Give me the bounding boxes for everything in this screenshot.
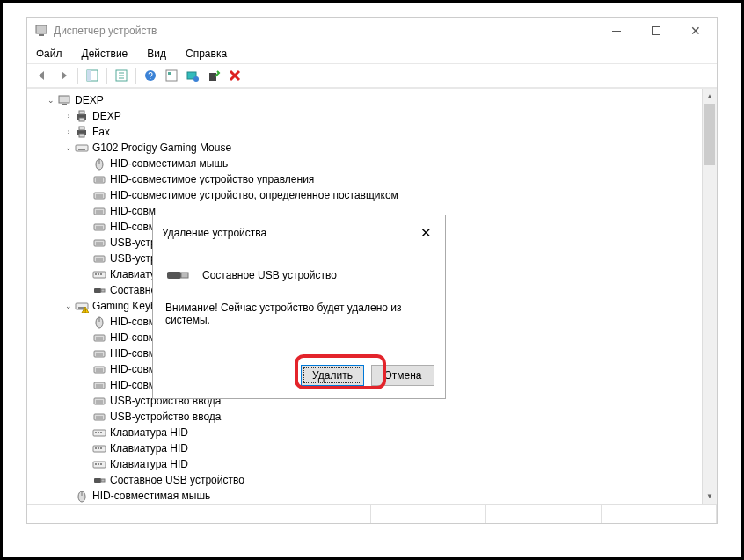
tree-item-label: G102 Prodigy Gaming Mouse xyxy=(92,142,231,154)
svg-rect-14 xyxy=(209,73,216,81)
scan-hardware-button[interactable] xyxy=(162,66,181,85)
svg-rect-18 xyxy=(181,273,188,278)
titlebar: Диспетчер устройств ✕ xyxy=(27,18,717,44)
computer-icon xyxy=(57,93,71,107)
delete-confirm-button[interactable]: Удалить xyxy=(301,365,364,386)
svg-point-13 xyxy=(193,76,199,82)
hid-icon xyxy=(92,346,106,360)
svg-rect-3 xyxy=(87,70,91,81)
tree-item-label: Клавиатура HID xyxy=(110,426,188,439)
uninstall-device-button[interactable] xyxy=(204,66,223,85)
kbd-icon xyxy=(92,457,106,471)
vertical-scrollbar[interactable]: ▲ ▼ xyxy=(702,89,717,504)
tree-item[interactable]: HID-совместимая мышь xyxy=(27,156,702,171)
tree-item-label: HID-совм xyxy=(110,205,156,217)
menu-action[interactable]: Действие xyxy=(80,46,130,62)
kbdgroup-icon xyxy=(75,141,89,155)
tree-item-label: Клавиату xyxy=(110,268,156,280)
tree-item[interactable]: Клавиатура HID xyxy=(27,425,702,440)
tree-item[interactable]: ›DEXP xyxy=(27,108,702,124)
tree-item-label: HID-совм xyxy=(110,331,156,344)
svg-text:?: ? xyxy=(148,71,153,81)
forward-button[interactable] xyxy=(54,66,73,85)
expander-icon[interactable]: ⌄ xyxy=(62,143,75,152)
cancel-button[interactable]: Отмена xyxy=(371,365,434,386)
tree-item-label: Fax xyxy=(92,126,110,138)
tree-item-label: USB-устр xyxy=(110,252,157,265)
printer-icon xyxy=(75,109,89,123)
expander-icon[interactable]: ⌄ xyxy=(62,302,75,310)
kbd-icon xyxy=(92,425,106,440)
dialog-device-name: Составное USB устройство xyxy=(202,269,337,281)
tree-item[interactable]: USB-устройство ввода xyxy=(27,409,702,425)
delete-button[interactable] xyxy=(225,66,244,85)
dialog-title: Удаление устройства xyxy=(162,227,266,239)
tree-item-label: HID-совм xyxy=(110,363,156,375)
show-hide-tree-button[interactable] xyxy=(83,66,102,85)
expander-icon[interactable]: › xyxy=(62,112,75,120)
svg-rect-16 xyxy=(62,104,67,105)
tree-item-label: USB-устройство ввода xyxy=(110,411,222,423)
tree-item-label: HID-совместимое устройство управления xyxy=(110,173,314,185)
hid-icon xyxy=(92,204,106,218)
tree-item-label: DEXP xyxy=(92,110,121,122)
expander-icon[interactable]: ⌄ xyxy=(45,96,57,105)
maximize-button[interactable] xyxy=(636,18,675,43)
update-driver-button[interactable] xyxy=(183,66,202,85)
hid-icon xyxy=(92,378,106,392)
statusbar xyxy=(27,504,717,523)
tree-item-label: Составное USB устройство xyxy=(110,474,244,486)
tree-item[interactable]: HID-совместимая мышь xyxy=(27,488,702,504)
uninstall-device-dialog: Удаление устройства ✕ Составное USB устр… xyxy=(152,215,446,399)
kbdgroup-warn-icon xyxy=(75,299,89,313)
kbd-icon xyxy=(92,267,106,281)
menu-file[interactable]: Файл xyxy=(34,46,64,62)
svg-rect-1 xyxy=(39,34,44,36)
printer-icon xyxy=(75,125,89,139)
toolbar: ? xyxy=(27,63,717,88)
svg-rect-10 xyxy=(166,70,177,81)
scroll-down-button[interactable]: ▼ xyxy=(703,489,717,504)
hid-icon xyxy=(92,188,106,202)
hid-icon xyxy=(92,362,106,376)
kbd-icon xyxy=(92,441,106,455)
tree-item-label: Клавиатура HID xyxy=(110,458,188,470)
menu-help[interactable]: Справка xyxy=(184,46,229,62)
minimize-button[interactable] xyxy=(596,18,636,43)
hid-icon xyxy=(92,236,106,250)
tree-item-label: HID-совм xyxy=(110,379,156,391)
tree-item[interactable]: Клавиатура HID xyxy=(27,456,702,472)
tree-root[interactable]: ⌄ DEXP xyxy=(27,92,702,108)
expander-icon[interactable]: › xyxy=(62,127,75,136)
tree-item-label: USB-устр xyxy=(110,236,157,249)
mouse-icon xyxy=(92,156,106,171)
tree-item-label: HID-совместимое устройство, определенное… xyxy=(110,189,398,201)
hid-icon xyxy=(92,172,106,186)
help-button[interactable]: ? xyxy=(141,66,160,85)
window-title: Диспетчер устройств xyxy=(54,25,596,37)
properties-button[interactable] xyxy=(112,66,131,85)
tree-item[interactable]: ›Fax xyxy=(27,124,702,140)
svg-rect-0 xyxy=(36,25,47,33)
tree-item[interactable]: Составное USB устройство xyxy=(27,472,702,488)
dialog-close-button[interactable]: ✕ xyxy=(415,222,436,244)
mouse-icon xyxy=(75,489,89,503)
tree-item[interactable]: HID-совместимое устройство управления xyxy=(27,171,702,187)
tree-item-label: Составно xyxy=(110,284,157,296)
scroll-thumb[interactable] xyxy=(704,104,715,165)
menu-view[interactable]: Вид xyxy=(145,46,168,62)
tree-item-label: Клавиатура HID xyxy=(110,442,188,455)
tree-item-label: HID-совм xyxy=(110,221,156,233)
tree-item[interactable]: ⌄G102 Prodigy Gaming Mouse xyxy=(27,140,702,156)
usb-icon xyxy=(92,283,106,297)
close-button[interactable]: ✕ xyxy=(675,18,715,43)
usb-icon xyxy=(92,473,106,487)
usb-device-icon xyxy=(165,266,190,284)
tree-item[interactable]: HID-совместимое устройство, определенное… xyxy=(27,187,702,203)
hid-icon xyxy=(92,394,106,408)
hid-icon xyxy=(92,220,106,234)
tree-item[interactable]: Клавиатура HID xyxy=(27,440,702,456)
svg-rect-17 xyxy=(167,272,181,279)
back-button[interactable] xyxy=(33,66,52,85)
scroll-up-button[interactable]: ▲ xyxy=(703,89,717,104)
